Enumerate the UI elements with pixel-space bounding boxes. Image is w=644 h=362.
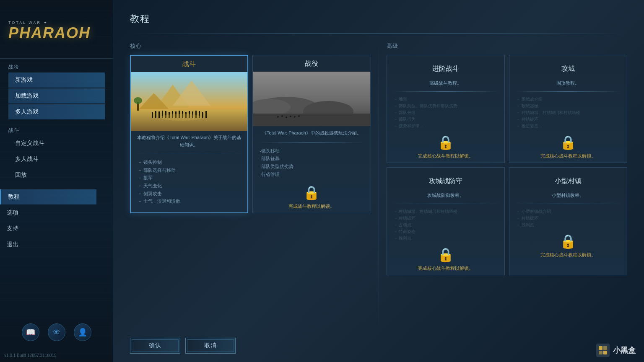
adv-battle-locked: 🔒 完成核心战斗教程以解锁。 [387,131,504,163]
adv-battle-l2: － 部队类型、部队优势和部队劣势 [394,103,498,109]
confirm-button[interactable]: 确认 [130,338,180,354]
svg-rect-7 [152,112,153,118]
svg-rect-8 [155,111,156,118]
logo-subtitle: TOTAL WAR ✦ [8,21,104,25]
sidebar-item-quit[interactable]: 退出 [0,237,96,252]
svg-point-6 [134,97,142,104]
adv-battle-lock-icon: 🔒 [437,134,454,150]
sidebar-item-multiplayer-battle[interactable]: 多人战斗 [8,152,105,167]
siege-def-l3: － 占领点 [394,222,498,228]
siege-def-locked: 🔒 完成核心战斗教程以解锁。 [387,243,504,275]
siege-defense-title: 攻城战防守 [390,173,501,189]
battle-scene-image [131,72,247,131]
logo-area: TOTAL WAR ✦ PHARAOH [0,0,113,59]
cancel-button[interactable]: 取消 [185,338,236,354]
campaign-card-list: -镜头移动 -部队征募 -部队类型优劣势 -行省管理 [253,145,370,182]
siege-defense-card[interactable]: 攻城战防守 攻城战防御教程。 － 村镇城墙、村镇城门和村镇塔楼 － 村镇破环 －… [387,167,505,275]
advanced-cards-grid: 进阶战斗 高级战斗教程。 － 地形 － 部队类型、部队优势和部队劣势 － 部队分… [387,55,628,275]
sidebar-item-load-game[interactable]: 加载游戏 [8,88,105,103]
core-section: 核心 战斗 [130,42,371,331]
campaign-scene-image [253,72,370,126]
battle-card[interactable]: 战斗 [130,55,248,213]
siege-def-l2: － 村镇破环 [394,215,498,222]
svg-point-35 [294,116,296,118]
svg-point-36 [298,115,300,117]
advanced-battle-card[interactable]: 进阶战斗 高级战斗教程。 － 地形 － 部队类型、部队优势和部队劣势 － 部队分… [387,55,505,163]
siege-desc: 围攻教程。 [509,78,627,89]
battle-list-6: － 士气，溃退和溃散 [138,197,241,205]
siege-l2: － 攻城器械 [516,103,620,109]
siege-title-wrapper: 攻城 [509,55,627,78]
siege-card[interactable]: 攻城 围攻教程。 － 围城战介绍 － 攻城器械 － 村镇城墙、村镇城门和村镇塔楼… [509,55,627,163]
sidebar-item-custom-battle[interactable]: 自定义战斗 [8,136,105,151]
battle-card-desc: 本教程将介绍《Total War: Pharaoh》关于战斗的基础知识。 [131,131,247,151]
watermark-icon [596,344,610,357]
campaign-locked-section: 🔒 完成战斗教程以解锁。 [253,181,370,213]
siege-locked: 🔒 完成核心战斗教程以解锁。 [509,131,627,163]
eye-icon-btn[interactable]: 👁 [48,323,65,341]
adv-battle-l5: － 疲劳和护甲… [394,123,498,129]
sections-row: 核心 战斗 [130,42,627,331]
siege-lock-icon: 🔒 [560,134,576,150]
advanced-section-label: 高级 [387,42,628,50]
siege-title: 攻城 [513,60,623,77]
advanced-battle-desc: 高级战斗教程。 [387,78,504,89]
book-icon-btn[interactable]: 📖 [22,323,39,341]
core-cards-grid: 战斗 [130,55,371,213]
sidebar-item-multiplayer[interactable]: 多人游戏 [8,104,105,119]
village-locked: 🔒 完成核心战斗教程以解锁。 [509,230,627,261]
battle-section: 战斗 自定义战斗 多人战斗 回放 [0,122,113,185]
small-village-card[interactable]: 小型村镇 小型村镇教程。 － 小型村镇战介绍 － 村镇破环 － 胜利点 🔒 完成… [509,167,627,275]
siege-def-l5: － 胜利点 [394,235,498,242]
village-l1: － 小型村镇战介绍 [516,208,620,215]
svg-point-24 [160,114,202,121]
siege-def-l4: － 特命姿态 [394,228,498,235]
siege-l5: － 推进姿态… [516,123,620,129]
sidebar-item-options[interactable]: 选项 [0,205,96,220]
small-village-desc: 小型村镇教程。 [509,191,627,201]
village-list: － 小型村镇战介绍 － 村镇破环 － 胜利点 [509,207,627,230]
siege-l1: － 围城战介绍 [516,96,620,103]
campaign-list-3: -部队类型优劣势 [260,163,364,171]
village-lock-icon: 🔒 [560,233,576,249]
sidebar-item-support[interactable]: 支持 [0,221,96,236]
campaign-list-2: -部队征募 [260,155,364,163]
siege-def-divider [391,204,500,204]
sidebar-item-tutorial[interactable]: 教程 [0,189,96,204]
advanced-section: 高级 进阶战斗 高级战斗教程。 － 地形 － 部队类型、部队优势和部队劣势 － … [387,42,628,331]
person-icon-btn[interactable]: 👤 [74,323,91,341]
battle-card-list: － 镜头控制 － 部队选择与移动 － 援军 － 天气变化 － 侧翼攻击 － 士气… [131,157,247,209]
sidebar-item-new-game[interactable]: 新游戏 [8,72,105,88]
campaign-list-4: -行省管理 [260,171,364,178]
svg-rect-9 [158,111,160,118]
svg-rect-22 [202,112,203,118]
svg-rect-37 [599,346,602,350]
siege-defense-desc: 攻城战防御教程。 [387,191,504,201]
adv-battle-divider [391,91,500,92]
campaign-label: 战役 [8,64,113,71]
bottom-icons: 📖 👁 👤 [0,319,113,345]
small-village-title: 小型村镇 [513,173,623,189]
campaign-card[interactable]: 战役 [252,55,371,213]
svg-rect-23 [205,111,207,118]
svg-point-34 [290,116,291,117]
svg-rect-39 [599,351,602,354]
siege-def-unlock-text: 完成核心战斗教程以解锁。 [418,265,473,272]
campaign-card-divider [257,142,366,143]
battle-list-1: － 镜头控制 [138,158,241,166]
title-divider [130,34,627,34]
battle-list-5: － 侧翼攻击 [138,190,241,198]
siege-def-l1: － 村镇城墙、村镇城门和村镇塔楼 [394,208,498,215]
core-section-label: 核心 [130,42,371,50]
battle-list-4: － 天气变化 [138,182,241,190]
siege-def-list: － 村镇城墙、村镇城门和村镇塔楼 － 村镇破环 － 占领点 － 特命姿态 － 胜… [387,207,504,243]
adv-battle-l4: － 部队行为 [394,116,498,123]
adv-battle-title-wrapper: 进阶战斗 [387,55,504,78]
logo-title: PHARAOH [8,26,104,41]
svg-rect-40 [603,351,607,354]
bottom-bar: 确认 取消 [130,338,627,354]
sidebar-item-replay[interactable]: 回放 [8,168,105,183]
campaign-section: 战役 新游戏 加载游戏 多人游戏 [0,59,113,122]
watermark-text: 小黑盒 [613,345,636,355]
svg-point-32 [281,115,283,117]
